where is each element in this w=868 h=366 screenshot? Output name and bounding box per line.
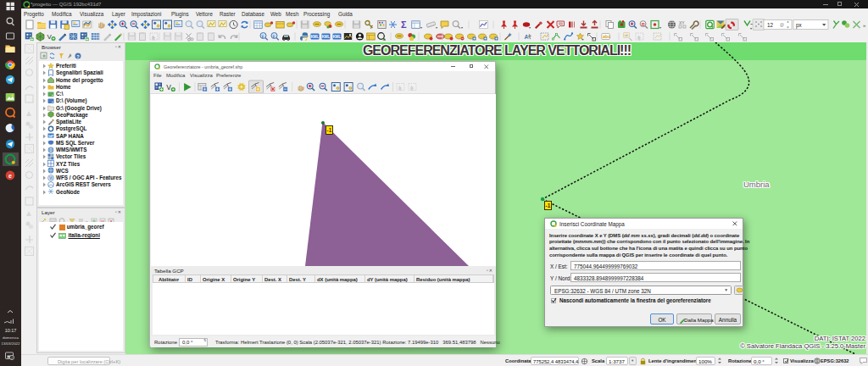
svg-text:domenica: domenica [3, 336, 19, 340]
svg-text:12: 12 [767, 22, 774, 28]
svg-text:@: @ [780, 22, 784, 27]
svg-text:px: px [796, 22, 803, 29]
svg-text:V: V [47, 33, 53, 41]
svg-text:▾: ▾ [436, 25, 437, 30]
svg-text:▾: ▾ [582, 37, 584, 42]
svg-text:V: V [166, 83, 171, 92]
svg-text:KML: KML [333, 35, 342, 39]
svg-text:ab: ab [625, 33, 629, 37]
svg-text:e: e [8, 173, 12, 179]
svg-text:Σ: Σ [401, 19, 407, 30]
svg-text:SAP: SAP [48, 135, 53, 138]
svg-text:▾: ▾ [750, 26, 752, 30]
svg-text:KML: KML [322, 35, 331, 39]
svg-text:»: » [863, 23, 866, 28]
svg-text:▾: ▾ [461, 25, 463, 30]
svg-text:KML: KML [311, 35, 320, 39]
svg-text:▾: ▾ [659, 25, 661, 30]
svg-text:13/03/2022: 13/03/2022 [2, 341, 21, 346]
svg-text:▾: ▾ [529, 25, 531, 30]
svg-text:10:17: 10:17 [5, 328, 17, 333]
svg-text:XY: XY [679, 20, 685, 25]
svg-text:R: R [642, 22, 645, 27]
svg-text:abc: abc [603, 34, 610, 39]
svg-text:▾: ▾ [420, 25, 422, 30]
